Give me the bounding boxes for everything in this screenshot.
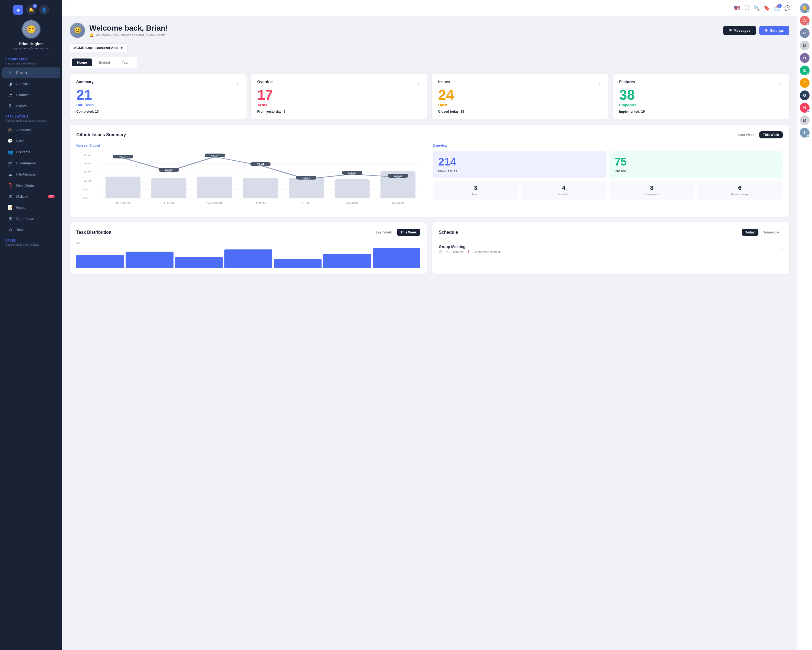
avatar: 😊 (21, 20, 41, 39)
bar-mon (76, 255, 124, 268)
header-left: 😊 Welcome back, Brian! 🔔 You have 2 new … (70, 23, 168, 38)
fullscreen-icon[interactable]: ⛶ (744, 5, 749, 11)
right-avatar-3[interactable]: M (800, 41, 810, 50)
right-avatar-8[interactable]: H (800, 103, 810, 113)
bookmark-icon[interactable]: 🔖 (764, 5, 770, 11)
stat-summary-number: 21 (76, 88, 240, 102)
chevron-right-schedule-icon[interactable]: › (781, 246, 783, 252)
reopened-number: 8 (613, 184, 691, 191)
sidebar-item-analytics[interactable]: ◑ Analytics (2, 78, 60, 89)
flag-icon[interactable]: 🇺🇸 (734, 5, 740, 11)
stat-overdue-type: Tasks (257, 103, 421, 107)
svg-text:0: 0 (83, 197, 87, 200)
sidebar-item-contacts[interactable]: 👥 Contacts (2, 147, 60, 158)
task-distribution-card: Task Distribution Last Week This Week 40 (70, 222, 427, 274)
sidebar-item-filemanager[interactable]: ☁ File Manager (2, 169, 60, 180)
sidebar-item-ecommerce[interactable]: 🛒 ECommerce › (2, 158, 60, 168)
header-text: Welcome back, Brian! 🔔 You have 2 new me… (89, 24, 168, 37)
tab-team[interactable]: Team (116, 58, 136, 66)
github-section-header: Github Issues Summary Last Week This Wee… (76, 132, 783, 138)
stat-issues-label: Issues (438, 80, 450, 84)
chat-topnav-icon[interactable]: 💬 (785, 5, 791, 11)
stat-overdue-number: 17 (257, 88, 421, 102)
sidebar-item-mailbox[interactable]: ✉ Mailbox 27 (2, 191, 60, 202)
filemanager-icon: ☁ (8, 172, 13, 177)
last-week-btn[interactable]: Last Week (734, 132, 758, 138)
online-indicator (807, 10, 809, 13)
schedule-card: Schedule Today Tomorrow Group Meeting 🕐 … (432, 222, 789, 274)
sidebar-item-academy[interactable]: 🎓 Academy (2, 125, 60, 135)
stat-summary-menu[interactable]: ⋮ (235, 80, 240, 86)
triage-label: Needs Triage (701, 193, 779, 196)
closed-label: Closed (615, 169, 778, 173)
chevron-right-icon: › (53, 184, 55, 187)
tomorrow-btn[interactable]: Tomorrow (760, 229, 783, 236)
bar-wed (175, 257, 223, 268)
task-week-toggle: Last Week This Week (372, 229, 420, 236)
task-last-week-btn[interactable]: Last Week (372, 229, 396, 236)
this-week-btn[interactable]: This Week (759, 132, 783, 138)
finance-icon: ◔ (8, 92, 13, 98)
app-logo-icon[interactable]: ◈ (13, 5, 23, 15)
svg-text:Mon: Mon (116, 202, 130, 204)
mini-stats: 3 Fixed 4 Won't Fix 8 Re-opened 6 (433, 180, 783, 200)
messages-button[interactable]: ✉ Messages (723, 26, 756, 35)
svg-text:36: 36 (83, 162, 92, 165)
stat-overdue-footer: From yesterday: 9 (257, 110, 421, 113)
tab-home[interactable]: Home (72, 58, 92, 66)
right-avatar-7[interactable]: G (800, 90, 810, 100)
user-name: Brian Hughes (19, 42, 43, 46)
svg-text:Tue: Tue (162, 202, 175, 204)
github-content: New vs. Closed 45 36 27 18 9 0 (76, 144, 783, 210)
right-avatar-10[interactable]: I (800, 128, 810, 138)
stat-features-menu[interactable]: ⋮ (778, 80, 783, 86)
user-profile-icon[interactable]: 👤 (39, 5, 49, 15)
messages-icon[interactable]: 📩 5 (774, 5, 780, 11)
right-avatar-9[interactable]: M (800, 115, 810, 125)
chevron-down-icon: ▼ (120, 46, 124, 50)
mini-stat-wontfix: 4 Won't Fix (521, 180, 607, 200)
right-avatar-1[interactable]: A (800, 16, 810, 26)
sidebar-item-label: Finance (16, 93, 29, 97)
sidebar: ◈ 🔔 3 👤 😊 Brian Hughes hughes.brian@comp… (0, 0, 62, 650)
sidebar-item-scrumboard[interactable]: ⊞ Scrumboard (2, 213, 60, 224)
stat-overdue-menu[interactable]: ⋮ (416, 80, 421, 86)
ecommerce-icon: 🛒 (8, 161, 13, 166)
sidebar-item-helpcenter[interactable]: ❓ Help Center › (2, 180, 60, 191)
sidebar-item-crypto[interactable]: $ Crypto (2, 101, 60, 111)
hamburger-menu-icon[interactable]: ≡ (69, 5, 72, 11)
right-avatar-5[interactable]: E (800, 66, 810, 75)
right-avatar-6[interactable]: F (800, 78, 810, 88)
right-avatar-4[interactable]: D (800, 53, 810, 63)
applications-section-label: APPLICATIONS (0, 111, 62, 119)
new-issues-number: 214 (438, 156, 601, 168)
svg-text:Sat: Sat (346, 202, 358, 204)
stat-issues-menu[interactable]: ⋮ (597, 80, 602, 86)
task-chart-y-label: 40 (76, 241, 420, 245)
settings-button[interactable]: ⚙ Settings (759, 26, 789, 35)
topnav: ≡ 🇺🇸 ⛶ 🔍 🔖 📩 5 💬 (62, 0, 797, 16)
today-btn[interactable]: Today (742, 229, 759, 236)
notifications-icon[interactable]: 🔔 3 (26, 5, 36, 15)
user-email: hughes.brian@company.com (12, 47, 50, 50)
svg-text:Sun: Sun (391, 202, 404, 204)
tab-budget[interactable]: Budget (93, 58, 115, 66)
svg-text:Wed: Wed (207, 202, 222, 204)
stat-issues-number: 24 (438, 88, 602, 102)
sidebar-logo: ◈ 🔔 3 👤 (0, 0, 62, 17)
task-this-week-btn[interactable]: This Week (397, 229, 420, 236)
chart-container: 45 36 27 18 9 0 (76, 151, 426, 210)
sidebar-item-notes[interactable]: 📝 Notes (2, 202, 60, 213)
bell-icon: 🔔 (89, 33, 94, 37)
right-avatar-0[interactable]: 😊 (800, 3, 810, 13)
sidebar-item-chat[interactable]: 💬 Chat (2, 136, 60, 146)
tasks-icon: ⊙ (8, 227, 13, 232)
sidebar-item-finance[interactable]: ◔ Finance (2, 90, 60, 100)
gear-icon: ⚙ (765, 28, 768, 32)
project-selector[interactable]: ACME Corp. Backend App ▼ (70, 43, 127, 52)
right-avatar-2[interactable]: C (800, 28, 810, 38)
schedule-meta: 🕐 in 32 minutes 📍 Conference room 1B (439, 250, 501, 254)
sidebar-item-project[interactable]: ☑ Project (2, 67, 60, 78)
sidebar-item-tasks[interactable]: ⊙ Tasks (2, 225, 60, 235)
search-icon[interactable]: 🔍 (754, 5, 760, 11)
